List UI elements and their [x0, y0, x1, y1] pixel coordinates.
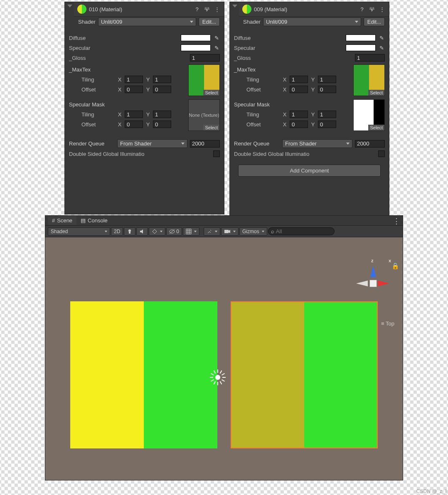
material-header: 009 (Material) ? ⋮ [239, 2, 389, 17]
camera-view-label[interactable]: ≡ Top [381, 320, 394, 327]
edit-button[interactable]: Edit... [364, 17, 385, 26]
search-icon: ⌕ [271, 228, 274, 234]
offset-y[interactable] [318, 86, 336, 93]
mask-tiling-y[interactable] [318, 111, 336, 118]
specular-color[interactable] [181, 44, 211, 51]
diffuse-color[interactable] [346, 34, 376, 41]
mask-offset-x[interactable] [125, 121, 143, 128]
gloss-field[interactable] [355, 54, 385, 62]
scene-viewport[interactable]: 🔒 z x ≡ Top [45, 237, 403, 480]
maxtex-slot[interactable]: Select [188, 64, 220, 96]
tiling-x[interactable] [125, 76, 143, 83]
shader-label: Shader [243, 19, 261, 25]
diffuse-label: Diffuse [69, 35, 178, 41]
lighting-toggle[interactable] [124, 227, 135, 236]
dsgi-label: Double Sided Global Illuminatio [69, 151, 211, 157]
axis-x-label: x [389, 258, 391, 263]
grid-dropdown[interactable] [183, 227, 199, 236]
help-icon[interactable]: ? [193, 5, 201, 13]
maxtex-slot[interactable]: Select [353, 64, 385, 96]
render-queue-value[interactable] [355, 140, 385, 148]
eyedropper-icon[interactable]: ✎ [213, 44, 220, 51]
material-title: 009 (Material) [254, 6, 356, 12]
preset-icon[interactable] [203, 5, 211, 13]
mask-offset-y[interactable] [153, 121, 171, 128]
audio-toggle[interactable] [136, 227, 148, 236]
2d-toggle[interactable]: 2D [111, 227, 123, 236]
light-gizmo-icon[interactable] [212, 371, 224, 384]
diffuse-color[interactable] [181, 34, 211, 41]
menu-icon[interactable]: ⋮ [378, 5, 386, 13]
fx-dropdown[interactable] [149, 227, 165, 236]
tab-console[interactable]: ▤Console [76, 216, 112, 225]
tiling-y[interactable] [318, 76, 336, 83]
select-button[interactable]: Select [368, 90, 384, 96]
shading-mode-dropdown[interactable]: Shaded [48, 227, 110, 236]
tab-scene[interactable]: #Scene [48, 216, 76, 225]
material-preview-ball [77, 5, 86, 14]
foldout-arrow[interactable] [67, 5, 72, 7]
tiling-x[interactable] [290, 76, 308, 83]
select-button[interactable]: Select [203, 90, 219, 96]
material-title: 010 (Material) [89, 6, 191, 12]
specular-color[interactable] [346, 44, 376, 51]
edit-button[interactable]: Edit... [199, 17, 220, 26]
scene-search[interactable]: ⌕ [268, 227, 335, 235]
axis-z-label: z [371, 258, 374, 263]
menu-icon[interactable]: ⋮ [213, 5, 221, 13]
gizmos-dropdown[interactable]: Gizmos [239, 227, 267, 236]
svg-rect-1 [129, 232, 130, 234]
specmask-slot[interactable]: None (Texture)Select [188, 99, 220, 131]
mask-tiling-x[interactable] [125, 111, 143, 118]
tools-dropdown[interactable] [204, 227, 220, 236]
tiling-y[interactable] [153, 76, 171, 83]
specmask-label: Specular Mask [234, 101, 270, 108]
foldout-arrow[interactable] [232, 5, 237, 7]
preset-icon[interactable] [368, 5, 376, 13]
specmask-slot[interactable]: Select [353, 99, 385, 131]
render-queue-dropdown[interactable]: From Shader [117, 139, 187, 148]
shader-dropdown[interactable]: Unlit/009 [98, 17, 196, 26]
gloss-label: _Gloss [234, 55, 352, 61]
orientation-gizmo[interactable]: z x [353, 258, 393, 304]
offset-x[interactable] [125, 86, 143, 93]
camera-dropdown[interactable] [221, 227, 239, 236]
mask-offset-x[interactable] [290, 121, 308, 128]
select-button[interactable]: Select [203, 125, 219, 131]
render-queue-label: Render Queue [69, 140, 115, 147]
scene-tabs: #Scene ▤Console [45, 216, 403, 226]
offset-y[interactable] [153, 86, 171, 93]
plane-010[interactable] [70, 301, 217, 448]
eyedropper-icon[interactable]: ✎ [213, 34, 220, 41]
render-queue-dropdown[interactable]: From Shader [282, 139, 352, 148]
eyedropper-icon[interactable]: ✎ [378, 34, 385, 41]
render-queue-value[interactable] [190, 140, 220, 148]
search-input[interactable] [276, 228, 332, 234]
console-icon: ▤ [81, 217, 86, 224]
help-icon[interactable]: ? [358, 5, 366, 13]
mask-offset-y[interactable] [318, 121, 336, 128]
mask-tiling-x[interactable] [290, 111, 308, 118]
gloss-label: _Gloss [69, 55, 187, 61]
scene-toolbar: Shaded 2D 0 Gizmos ⌕ [45, 226, 403, 237]
specular-label: Specular [69, 45, 178, 51]
add-component-button[interactable]: Add Component [238, 165, 381, 177]
select-button[interactable]: Select [368, 125, 384, 131]
specular-label: Specular [234, 45, 343, 51]
material-preview-ball [242, 5, 251, 14]
dsgi-checkbox[interactable] [378, 150, 385, 157]
maxtex-label: _MaxTex [69, 66, 91, 73]
offset-x[interactable] [290, 86, 308, 93]
dsgi-checkbox[interactable] [213, 150, 220, 157]
eyedropper-icon[interactable]: ✎ [378, 44, 385, 51]
gloss-field[interactable] [190, 54, 220, 62]
panel-menu-icon[interactable]: ⋮ [393, 217, 400, 225]
mask-tiling-y[interactable] [153, 111, 171, 118]
svg-point-0 [128, 229, 131, 232]
watermark: CSDN @_z_li [416, 488, 447, 494]
scene-panel: ⋮ #Scene ▤Console Shaded 2D 0 Gizmos ⌕ 🔒… [45, 215, 403, 480]
tiling-label: Tiling [81, 76, 115, 83]
hidden-objects[interactable]: 0 [166, 227, 182, 236]
plane-009[interactable] [231, 301, 378, 448]
shader-dropdown[interactable]: Unlit/009 [263, 17, 361, 26]
